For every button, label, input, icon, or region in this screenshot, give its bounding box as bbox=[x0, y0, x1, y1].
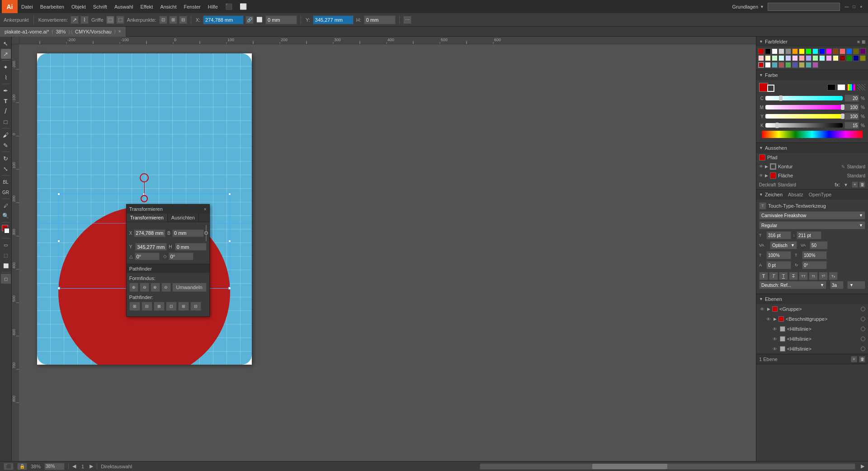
c-slider-thumb[interactable] bbox=[779, 95, 783, 101]
link-proportional-icon[interactable] bbox=[206, 225, 207, 241]
scrollbar-thumb[interactable] bbox=[592, 464, 667, 469]
handle-br[interactable] bbox=[228, 287, 231, 290]
pf-minus-back[interactable]: ⊟ bbox=[190, 302, 201, 311]
y-slider-thumb[interactable] bbox=[841, 114, 844, 119]
tab-close-button[interactable]: × bbox=[118, 29, 121, 34]
smallcaps-button[interactable]: Tt bbox=[809, 272, 818, 280]
swatch-r2-15[interactable] bbox=[853, 55, 859, 61]
status-lock-icon[interactable]: 🔒 bbox=[17, 463, 27, 470]
hscale-input[interactable] bbox=[766, 251, 791, 259]
m-value-input[interactable] bbox=[844, 104, 859, 111]
tab-size-input[interactable] bbox=[830, 281, 844, 289]
document-tab[interactable]: plakate-a1-vorne.ai* ( 38% ) ( CMYK/Vors… bbox=[0, 27, 126, 37]
flaeche-swatch[interactable] bbox=[770, 172, 776, 179]
layer-hilfslinie-3[interactable]: 👁 <Hilfslinie> bbox=[756, 344, 868, 354]
transform-panel-header[interactable]: Transformieren × bbox=[127, 205, 209, 214]
pf-merge[interactable]: ⊠ bbox=[154, 302, 165, 311]
k-slider[interactable] bbox=[765, 123, 843, 128]
menu-effekt[interactable]: Effekt bbox=[137, 0, 156, 13]
menu-schrift[interactable]: Schrift bbox=[90, 0, 111, 13]
layer-eye-hilfslinie2[interactable]: 👁 bbox=[772, 336, 778, 342]
handle-bl[interactable] bbox=[57, 287, 60, 290]
font-size-input[interactable] bbox=[766, 231, 791, 239]
handle-tl[interactable] bbox=[57, 193, 60, 195]
c-value-input[interactable] bbox=[844, 95, 859, 102]
fill-swatch-large[interactable] bbox=[759, 83, 768, 92]
subscript-button[interactable]: T₂ bbox=[829, 272, 838, 280]
rotation-input[interactable] bbox=[802, 261, 827, 269]
kontur-swatch[interactable] bbox=[770, 163, 776, 170]
swatch-green2[interactable] bbox=[785, 62, 791, 68]
menu-icon1[interactable]: ⬛ bbox=[222, 0, 236, 13]
lasso-tool[interactable]: ⌇ bbox=[1, 72, 11, 82]
magic-wand-tool[interactable]: ✦ bbox=[1, 62, 11, 72]
griffe-icon2[interactable]: ⬚ bbox=[116, 16, 124, 24]
eyedropper-tool[interactable]: 🖊 bbox=[1, 200, 11, 210]
pf-trim[interactable]: ⊟ bbox=[142, 302, 152, 311]
swatch-r2-4[interactable] bbox=[778, 55, 784, 61]
swatch-r2-11[interactable] bbox=[826, 55, 832, 61]
transform-tab-ausrichten[interactable]: Ausrichten bbox=[168, 214, 199, 222]
handle-ml[interactable] bbox=[57, 240, 60, 243]
swatch-indigo[interactable] bbox=[792, 62, 798, 68]
swatch-orange[interactable] bbox=[792, 48, 798, 54]
convert-smooth-tool[interactable]: ⌇ bbox=[80, 16, 89, 24]
transform-angle1-input[interactable] bbox=[135, 252, 160, 260]
transform-b-input[interactable] bbox=[172, 229, 204, 237]
layer-hilfslinie-1[interactable]: 👁 <Hilfslinie> bbox=[756, 324, 868, 334]
gradient-swatch[interactable] bbox=[847, 84, 855, 90]
italic-button[interactable]: T bbox=[769, 272, 778, 280]
k-slider-thumb[interactable] bbox=[775, 123, 779, 128]
menu-auswahl[interactable]: Auswahl bbox=[111, 0, 137, 13]
farbfelder-header[interactable]: ▼ Farbfelder ≡ ⊞ bbox=[756, 37, 868, 47]
ebenen-header[interactable]: ▼ Ebenen bbox=[756, 294, 868, 304]
horizontal-scrollbar[interactable] bbox=[480, 463, 855, 470]
link-icon[interactable]: 🔗 bbox=[245, 16, 254, 24]
font-family-dropdown[interactable]: Carnivalee Freakshow ▼ bbox=[759, 211, 865, 219]
zeichen-header[interactable]: ▼ Zeichen Absatz OpenType bbox=[756, 190, 868, 200]
blend-tool[interactable]: BL bbox=[1, 177, 11, 187]
stroke-color[interactable] bbox=[4, 228, 10, 234]
swatch-blue[interactable] bbox=[819, 48, 825, 54]
swatch-r2-10[interactable] bbox=[819, 55, 825, 61]
shape-tool[interactable]: □ bbox=[1, 117, 11, 127]
page-next-button[interactable]: ▶ bbox=[90, 463, 93, 469]
transform-tab-transform[interactable]: Transformieren bbox=[127, 214, 168, 222]
swatch-pink[interactable] bbox=[840, 48, 845, 54]
c-slider[interactable] bbox=[765, 96, 843, 100]
swatch-r2-9[interactable] bbox=[812, 55, 818, 61]
umwandeln-button[interactable]: Umwandeln bbox=[172, 283, 207, 292]
swatch-r2-12[interactable] bbox=[833, 55, 839, 61]
aussehen-header[interactable]: ▼ Aussehen bbox=[756, 143, 868, 153]
language-dropdown[interactable]: Deutsch: Ref... ▼ bbox=[759, 281, 826, 289]
zoom-select[interactable] bbox=[44, 463, 65, 470]
convert-anchor-tool[interactable]: ↗ bbox=[71, 16, 79, 24]
swatch-teal[interactable] bbox=[772, 62, 778, 68]
swatch-r2-7[interactable] bbox=[799, 55, 805, 61]
transform-angle2-input[interactable] bbox=[169, 252, 193, 260]
h-input[interactable] bbox=[364, 15, 396, 24]
farbfelder-list-icon[interactable]: ≡ bbox=[857, 39, 860, 44]
farbe-header[interactable]: ▼ Farbe bbox=[756, 70, 868, 80]
swatch-violet[interactable] bbox=[812, 62, 818, 68]
farbfelder-grid-icon[interactable]: ⊞ bbox=[862, 39, 865, 44]
page-prev-button[interactable]: ◀ bbox=[72, 463, 76, 469]
ankerpunkte-icon3[interactable]: ⊟ bbox=[179, 16, 187, 24]
griffe-icon1[interactable]: ⬚ bbox=[106, 16, 114, 24]
swatch-seafoam[interactable] bbox=[806, 62, 811, 68]
menu-datei[interactable]: Datei bbox=[18, 0, 37, 13]
stroke-swatch-large[interactable] bbox=[767, 85, 774, 92]
pencil-tool[interactable]: ✎ bbox=[1, 140, 11, 150]
swatch-gray[interactable] bbox=[785, 48, 791, 54]
options-more-icon[interactable]: ⋯ bbox=[403, 16, 411, 24]
close-button[interactable]: × bbox=[858, 4, 864, 10]
transform-y-input[interactable] bbox=[135, 243, 167, 251]
ankerpunkte-icon1[interactable]: ⊡ bbox=[159, 16, 167, 24]
allcaps-button[interactable]: TT bbox=[799, 272, 808, 280]
create-layer-button[interactable]: + bbox=[851, 356, 857, 362]
drawing-mode-normal[interactable]: ▭ bbox=[1, 240, 11, 250]
menu-bearbeiten[interactable]: Bearbeiten bbox=[37, 0, 68, 13]
pf-unite[interactable]: ⊕ bbox=[129, 283, 139, 292]
swatch-black[interactable] bbox=[765, 48, 771, 54]
swatch-rust[interactable] bbox=[778, 62, 784, 68]
